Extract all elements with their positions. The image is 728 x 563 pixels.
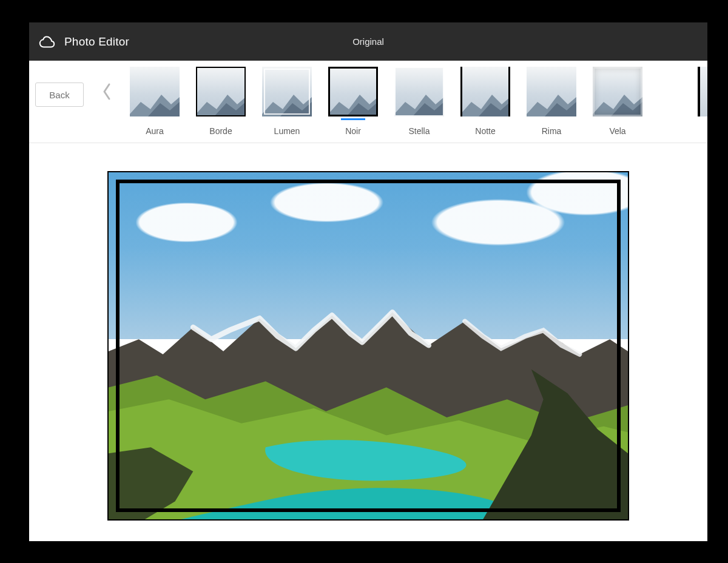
- frame-thumb-underline: [275, 118, 299, 120]
- frame-thumb-label: Rima: [542, 126, 562, 136]
- frame-thumb-image: [130, 67, 180, 116]
- frame-thumb-underline: [473, 118, 497, 120]
- frame-thumb-underline: [341, 118, 365, 120]
- header-bar: Photo Editor Original: [29, 22, 707, 61]
- frame-thumb-underline: [143, 118, 167, 120]
- frame-thumb-aura[interactable]: Aura: [130, 67, 180, 136]
- photo-land: [109, 297, 628, 519]
- frame-thumb-image: [394, 67, 444, 116]
- frame-thumb-label: Borde: [209, 126, 232, 136]
- frame-thumb-stella[interactable]: Stella: [394, 67, 444, 136]
- back-button[interactable]: Back: [35, 83, 84, 107]
- frame-thumb-label: Lumen: [274, 126, 300, 136]
- frame-thumb-label: Noir: [345, 126, 361, 136]
- frame-thumb-image: [593, 67, 642, 116]
- frame-thumb-image: [262, 67, 312, 116]
- frame-thumb-label: Notte: [475, 126, 495, 136]
- frame-thumb-image: [460, 67, 510, 116]
- chevron-left-icon: [101, 83, 112, 103]
- frame-thumb-lumen[interactable]: Lumen: [262, 67, 312, 136]
- frame-thumb-notte[interactable]: Notte: [460, 67, 510, 136]
- frame-thumb-label: Aura: [146, 126, 164, 136]
- frame-thumb-underline: [539, 118, 564, 120]
- frame-thumb-vela[interactable]: Vela: [593, 67, 642, 136]
- app-window: Photo Editor Original Back AuraBordeLume…: [29, 22, 707, 541]
- frame-thumb-noir[interactable]: Noir: [328, 67, 378, 136]
- frame-thumb-overflow[interactable]: [698, 67, 707, 116]
- tab-original[interactable]: Original: [352, 36, 384, 47]
- frame-thumb-image: [196, 67, 246, 116]
- frame-thumb-image: [527, 67, 576, 116]
- frame-thumb-rima[interactable]: Rima: [527, 67, 576, 136]
- frame-thumb-underline: [407, 118, 431, 120]
- creative-cloud-icon: [38, 33, 56, 51]
- canvas-area: [29, 143, 707, 541]
- app-title: Photo Editor: [64, 35, 129, 49]
- frame-thumb-image: [328, 67, 378, 116]
- app-logo: [38, 33, 56, 51]
- frame-thumb-underline: [605, 118, 630, 120]
- frame-thumb-label: Vela: [609, 126, 625, 136]
- frame-strip: Back AuraBordeLumenNoirStellaNotteRimaVe…: [29, 61, 707, 143]
- photo-canvas[interactable]: [107, 171, 629, 521]
- frame-thumb-label: Stella: [408, 126, 430, 136]
- frame-thumb-underline: [209, 118, 233, 120]
- frame-thumb-borde[interactable]: Borde: [196, 67, 246, 136]
- scroll-left-button[interactable]: [95, 83, 119, 103]
- frame-thumb-list: AuraBordeLumenNoirStellaNotteRimaVela: [130, 67, 642, 136]
- back-button-label: Back: [49, 90, 69, 100]
